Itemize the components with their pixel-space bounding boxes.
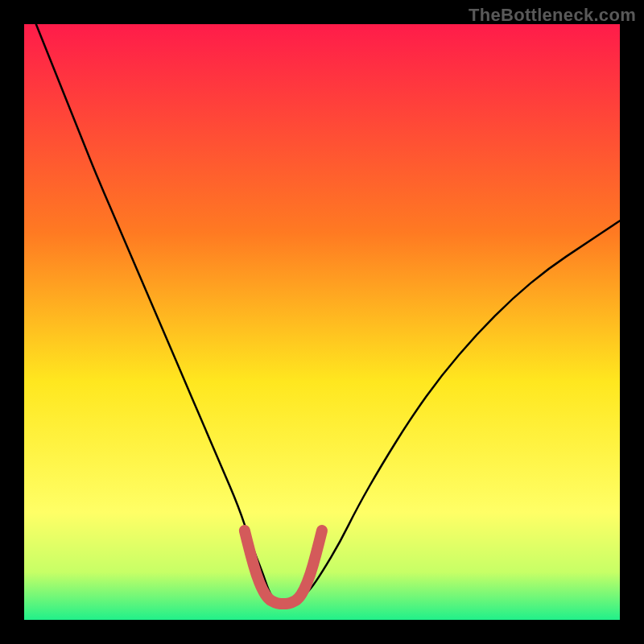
chart-frame: { "watermark": "TheBottleneck.com", "col… [0,0,644,644]
chart-svg [0,0,644,644]
watermark: TheBottleneck.com [469,5,636,26]
